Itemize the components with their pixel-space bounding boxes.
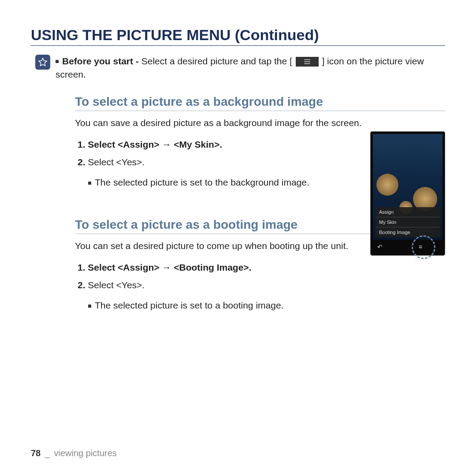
device-screen: Assign My Skin Booting Image — [373, 134, 443, 240]
chapter-name: viewing pictures — [54, 448, 117, 458]
note-before-label: Before you start - — [62, 56, 141, 66]
step-2b: 2. Select <Yes>. — [78, 276, 445, 294]
step-1b: 1. Select <Assign> → <Booting Image>. — [78, 259, 445, 276]
device-popup-menu: Assign My Skin Booting Image — [376, 207, 440, 237]
device-menu-item-myskin: My Skin — [376, 217, 440, 227]
device-menu-item-assign: Assign — [376, 207, 440, 217]
footer-separator: _ — [45, 448, 50, 458]
back-icon: ↶ — [377, 243, 383, 250]
device-screenshot: Assign My Skin Booting Image ↶ ≡ — [370, 131, 445, 256]
intro-background: You can save a desired picture as a back… — [75, 116, 445, 130]
star-icon — [35, 55, 50, 70]
device-menu-item-booting: Booting Image — [376, 227, 440, 237]
step-bullet-b: The selected picture is set to a booting… — [88, 297, 445, 314]
note-text: Before you start - Select a desired pict… — [56, 54, 445, 82]
menu-icon — [296, 57, 319, 67]
page-number: 78 — [31, 448, 41, 458]
page-title: USING THE PICTURE MENU (Continued) — [31, 26, 445, 46]
page-footer: 78 _ viewing pictures — [31, 448, 117, 458]
note-before-text: Select a desired picture and tap the [ — [141, 56, 292, 66]
highlight-circle-icon — [412, 235, 435, 259]
subheading-background: To select a picture as a background imag… — [75, 95, 445, 111]
svg-marker-0 — [39, 58, 47, 66]
note-block: Before you start - Select a desired pict… — [31, 54, 445, 82]
